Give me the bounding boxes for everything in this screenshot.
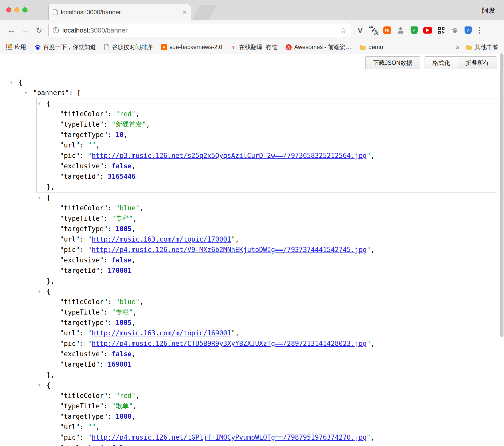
json-link[interactable]: http://p4.music.126.net/V9-MXz6b2MNhEKju… xyxy=(92,246,367,254)
json-key: "typeTitle" xyxy=(60,402,104,410)
format-button[interactable]: 格式化 xyxy=(425,56,458,69)
vimium-v-icon[interactable]: V xyxy=(355,25,365,35)
url-path: :3000/banner xyxy=(89,26,128,34)
youdao-icon: Y xyxy=(230,44,236,50)
json-number-value: 170001 xyxy=(108,267,132,274)
json-boolean-value: false xyxy=(112,444,132,446)
json-string-value: "blue" xyxy=(116,204,139,212)
bookmark-item[interactable]: 百度一下，你就知道 xyxy=(34,43,96,51)
json-line: ▼{ xyxy=(0,192,504,203)
bookmark-item[interactable]: 应用 xyxy=(6,43,26,51)
bookmark-item[interactable]: 谷歌按时间排序 xyxy=(104,43,153,51)
format-collapse-group: 格式化 折叠所有 xyxy=(425,56,497,69)
page-content: 下载JSON数据 格式化 折叠所有 ▼{▼"banners": [▼{"titl… xyxy=(0,54,504,446)
bookmarks-overflow-icon[interactable]: » xyxy=(455,43,459,51)
json-key: "url" xyxy=(60,329,80,337)
json-link[interactable]: http://p4.music.126.net/CTU5B9R9y3XyYBZX… xyxy=(92,340,367,347)
json-key: "exclusive" xyxy=(60,162,104,170)
json-line: "targetType": 10, xyxy=(37,130,497,140)
close-window-button[interactable] xyxy=(6,7,11,12)
json-key: "targetType" xyxy=(60,225,108,233)
other-bookmarks-button[interactable]: 其他书签 xyxy=(466,43,498,51)
json-number-value: 1005 xyxy=(116,225,132,233)
reload-icon[interactable]: ↻ xyxy=(32,26,46,35)
json-key: "exclusive" xyxy=(60,350,104,358)
tab-close-icon[interactable]: × xyxy=(183,9,187,16)
json-line: "pic": "http://p4.music.126.net/tGPljf-I… xyxy=(0,432,504,443)
shield-green-icon[interactable]: ✓ xyxy=(409,25,419,35)
url-text: localhost:3000/banner xyxy=(62,26,128,34)
page-icon xyxy=(104,44,109,50)
scrollbar-thumb[interactable] xyxy=(500,53,503,337)
json-line: "targetType": 1005, xyxy=(0,224,504,234)
collapse-toggle-icon[interactable]: ▼ xyxy=(38,380,47,391)
json-key: "exclusive" xyxy=(60,256,104,264)
collapse-all-button[interactable]: 折叠所有 xyxy=(458,56,497,69)
json-quote: " xyxy=(88,246,92,254)
collapse-toggle-icon[interactable]: ▼ xyxy=(25,88,33,98)
bookmark-item[interactable]: Vvue-hackernews-2.0 xyxy=(161,44,222,51)
translate-icon[interactable]: en英 xyxy=(369,25,379,35)
back-icon[interactable]: ← xyxy=(5,25,18,35)
fe-icon[interactable]: FE xyxy=(382,25,392,35)
shield-blue-icon[interactable]: ✓ xyxy=(463,25,473,35)
json-link[interactable]: http://music.163.com/m/topic/170001 xyxy=(92,235,231,243)
json-key: "pic" xyxy=(60,246,80,254)
json-string-value: "red" xyxy=(116,110,135,118)
collapse-toggle-icon[interactable]: ▼ xyxy=(38,286,47,297)
json-number-value: 1005 xyxy=(116,319,132,326)
youtube-icon[interactable] xyxy=(423,25,432,35)
browser-tab[interactable]: localhost:3000/banner × xyxy=(48,4,191,20)
json-line: ▼{ xyxy=(0,380,504,391)
json-line: "exclusive": false, xyxy=(0,255,504,265)
tab-strip: localhost:3000/banner × 阿发 xyxy=(0,0,504,20)
bookmark-star-icon[interactable]: ☆ xyxy=(340,26,347,35)
json-quote: " xyxy=(231,329,235,337)
address-bar[interactable]: localhost:3000/banner ☆ xyxy=(48,23,351,37)
awesomes-icon: A xyxy=(286,44,292,50)
json-string-value: "red" xyxy=(116,392,135,399)
bookmark-item[interactable]: Y在线翻译_有道 xyxy=(230,43,277,51)
json-line: ▼"banners": [ xyxy=(0,88,504,98)
collapse-toggle-icon[interactable]: ▼ xyxy=(38,98,47,109)
bookmark-label: 百度一下，你就知道 xyxy=(43,43,96,51)
json-link[interactable]: http://p4.music.126.net/tGPljf-IMOCyPvum… xyxy=(92,434,367,441)
json-line: "url": "", xyxy=(0,422,504,432)
json-line: "targetType": 1000, xyxy=(0,411,504,422)
profile-name[interactable]: 阿发 xyxy=(482,6,495,15)
json-key: "titleColor" xyxy=(60,298,108,306)
json-key: "titleColor" xyxy=(60,392,108,399)
json-key: "banners" xyxy=(33,89,69,97)
json-key: "targetType" xyxy=(60,131,108,139)
json-key: "url" xyxy=(60,423,80,431)
json-quote: " xyxy=(88,235,92,243)
json-quote: " xyxy=(367,152,371,159)
json-number-value: 10 xyxy=(116,131,123,139)
collapse-toggle-icon[interactable]: ▼ xyxy=(38,192,47,203)
download-json-button[interactable]: 下载JSON数据 xyxy=(365,56,420,69)
browser-toolbar: ← → ↻ localhost:3000/banner ☆ Ven英FE✓✓ xyxy=(0,20,504,41)
person-icon[interactable] xyxy=(396,25,405,35)
json-key: "targetId" xyxy=(60,267,100,274)
zoom-window-button[interactable] xyxy=(22,7,27,12)
bookmark-item[interactable]: AAwesomes - 前端资… xyxy=(286,43,352,51)
json-link[interactable]: http://music.163.com/m/topic/169001 xyxy=(92,329,231,337)
qr-code-icon[interactable] xyxy=(436,25,446,35)
json-line: "typeTitle": "专栏", xyxy=(0,213,504,224)
json-quote: " xyxy=(88,340,92,347)
bookmark-item[interactable]: demo xyxy=(359,44,383,51)
collapse-toggle-icon[interactable]: ▼ xyxy=(10,77,19,88)
bookmark-label: 在线翻译_有道 xyxy=(239,43,277,51)
bookmarks-bar: 应用百度一下，你就知道谷歌按时间排序Vvue-hackernews-2.0Y在线… xyxy=(0,41,504,54)
info-icon[interactable] xyxy=(53,27,59,33)
json-link[interactable]: http://p3.music.126.net/s25q2x5QyqsAzilC… xyxy=(92,152,367,159)
json-line: "exclusive": false, xyxy=(0,349,504,359)
minimize-window-button[interactable] xyxy=(14,7,19,12)
new-tab-button[interactable] xyxy=(192,5,217,20)
json-number-value: 1000 xyxy=(116,413,132,420)
menu-icon[interactable] xyxy=(477,27,483,34)
apps-grid-icon xyxy=(6,44,12,50)
paw-icon[interactable] xyxy=(450,25,459,35)
traffic-lights xyxy=(6,7,27,12)
forward-icon[interactable]: → xyxy=(18,25,32,35)
